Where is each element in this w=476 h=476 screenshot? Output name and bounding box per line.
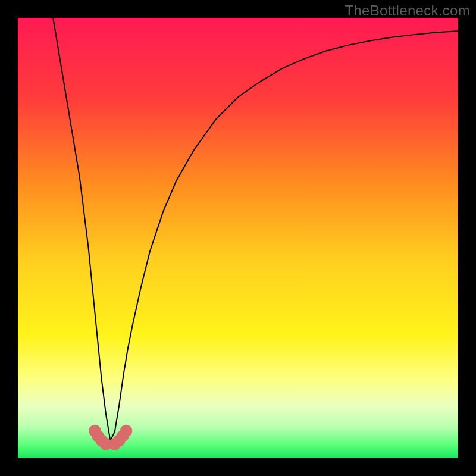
chart-svg bbox=[18, 18, 458, 458]
plot-area bbox=[18, 18, 458, 458]
chart-frame: TheBottleneck.com bbox=[0, 0, 476, 476]
marker-point bbox=[120, 425, 133, 437]
gradient-background bbox=[18, 18, 458, 458]
watermark-text: TheBottleneck.com bbox=[345, 2, 470, 19]
